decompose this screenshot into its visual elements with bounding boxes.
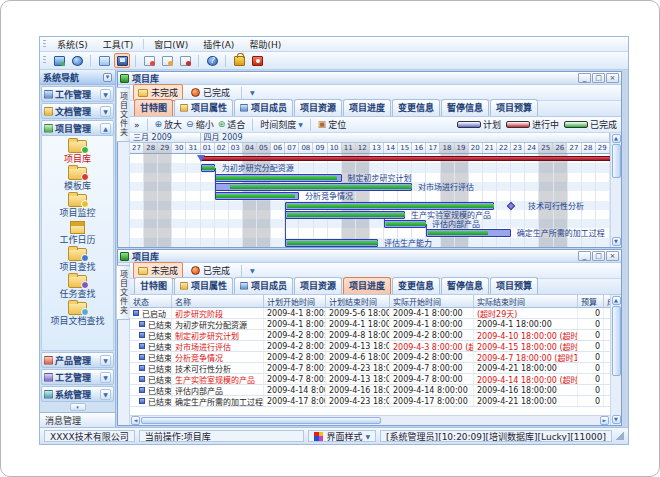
table-row[interactable]: 已结束分析竞争情况2009-4-2 8:00:002009-4-6 18:00:… [130,352,610,363]
filter-overflow-chevron-icon[interactable]: ▼ [250,89,255,96]
column-header-name[interactable]: 名称 [172,295,264,307]
maximize-button[interactable]: □ [592,251,605,261]
sidebar-item-work-calendar[interactable]: 工作日历 [42,221,113,245]
minimize-button[interactable]: _ [578,73,591,83]
maximize-button[interactable]: □ [592,73,605,83]
sidebar-item-task-find[interactable]: 任务查找 [42,275,113,299]
scroll-right-arrow[interactable]: ► [600,416,609,425]
nav-group-project[interactable]: 项目管理▲ [41,120,114,136]
tab-gantt[interactable]: 甘特图 [134,277,173,294]
chevron-up-icon[interactable]: ▲ [100,123,111,134]
nav-group-docs[interactable]: 文档管理▼ [41,103,114,119]
doc-delete-button[interactable] [177,53,193,68]
chevron-down-icon[interactable]: ▼ [100,106,111,117]
scroll-thumb[interactable] [612,144,621,178]
help-button[interactable] [204,53,220,68]
gantt-task-bar[interactable] [215,192,300,200]
internet-button[interactable] [69,53,85,68]
zoom-in-button[interactable]: ⊕放大 [155,118,183,131]
menu-item-window[interactable]: 窗口(W) [147,37,195,52]
sidebar-item-template-library[interactable]: 模板库 [42,167,113,191]
nav-group-system[interactable]: 系统管理▼ [41,386,114,402]
table-row[interactable]: 已结束对市场进行评估2009-4-2 8:00:002009-4-13 18:0… [130,341,610,352]
table-row[interactable]: 已结束评估内部产品2009-4-14 8:00:002009-4-16 18:0… [130,385,610,396]
tab-properties[interactable]: 项目属性 [174,99,233,116]
sidebar-tab-message-management[interactable]: 消息管理 [40,412,115,427]
time-scale-dropdown[interactable]: 时间刻度▼ [260,118,303,131]
column-header-act_start[interactable]: 实际开始时间 [390,295,474,307]
pushpin-icon[interactable]: ▾ [103,73,112,82]
tab-budget[interactable]: 项目预算 [490,99,538,116]
project-folder-vertical-tab[interactable]: 项目文件夹 [117,265,131,320]
locate-button[interactable]: ▣定位 [318,118,347,131]
save-button[interactable] [114,53,130,68]
zoom-out-button[interactable]: ⊖缩小 [186,118,214,131]
scroll-thumb[interactable] [612,306,621,376]
tab-properties[interactable]: 项目属性 [174,277,233,294]
zoom-fit-button[interactable]: ⊛适合 [218,118,246,131]
sidebar-item-project-library[interactable]: 项目库 [42,140,113,164]
table-vertical-scrollbar[interactable]: ▲ ▼ [610,295,621,425]
doc-new-button[interactable] [141,53,157,68]
tab-members[interactable]: 项目成员 [234,99,293,116]
table-row[interactable]: 已结束确定生产所需的加工过程2009-4-17 8:00:002009-4-23… [130,396,610,407]
menu-item-system[interactable]: 系统(S) [50,37,95,52]
column-header-act_end[interactable]: 实际结束时间 [474,295,578,307]
table-row[interactable]: 已结束为初步研究分配资源2009-4-1 8:00:002009-4-1 18:… [130,319,610,330]
column-header-budget[interactable]: 预算 [578,295,604,307]
gantt-vertical-scrollbar[interactable]: ▲ ▼ [610,133,621,247]
resize-grip[interactable] [616,432,624,440]
remote-computer-button[interactable] [51,53,67,68]
column-header-plan_start[interactable]: 计划开始时间 [264,295,326,307]
menu-item-help[interactable]: 帮助(H) [242,37,288,52]
gantt-task-bar[interactable] [201,164,215,172]
chevron-down-icon[interactable]: ▼ [100,372,111,383]
scroll-thumb[interactable] [141,417,381,424]
tab-change-info[interactable]: 变更信息 [392,277,440,294]
scroll-down-arrow[interactable]: ▼ [612,415,621,424]
column-header-plan_end[interactable]: 计划结束时间 [326,295,390,307]
chevron-down-icon[interactable]: ▼ [100,89,111,100]
tab-change-info[interactable]: 变更信息 [392,99,440,116]
column-header-status[interactable]: 状态 [130,295,172,307]
table-row[interactable]: 已启动初步研究阶段2009-4-1 8:00:002009-5-6 18:00:… [130,308,610,319]
tab-budget[interactable]: 项目预算 [490,277,538,294]
more-tools-button[interactable]: » [134,120,140,130]
close-button[interactable]: × [606,251,619,261]
menu-item-tools[interactable]: 工具(T) [96,37,141,52]
tab-pause-info[interactable]: 暂停信息 [441,277,489,294]
menu-item-plugins[interactable]: 插件(A) [196,37,241,52]
menubar-grip[interactable] [43,40,46,49]
tab-gantt[interactable]: 甘特图 [134,99,173,116]
nav-group-work[interactable]: 工作管理▼ [41,86,114,102]
nav-group-craft[interactable]: 工艺管理▼ [41,369,114,385]
chevron-down-icon[interactable]: ▼ [100,389,111,400]
minimize-button[interactable]: _ [578,251,591,261]
interface-style-dropdown[interactable]: 界面样式 ▼ [308,430,376,442]
tab-members[interactable]: 项目成员 [234,277,293,294]
sidebar-item-project-monitor[interactable]: 项目监控 [42,194,113,218]
gantt-summary-bar[interactable] [201,156,610,161]
open-folder-button[interactable] [96,53,112,68]
toolbar-grip[interactable] [43,56,46,65]
nav-group-product[interactable]: 产品管理▼ [41,352,114,368]
tab-progress[interactable]: 项目进度 [343,99,391,116]
table-row[interactable]: 已结束技术可行性分析2009-4-7 8:00:002009-4-23 18:0… [130,363,610,374]
table-row[interactable]: 已结束制定初步研究计划2009-4-2 8:00:002009-4-8 18:0… [130,330,610,341]
gantt-task-bar[interactable] [215,174,342,182]
gantt-task-bar[interactable] [384,220,426,228]
sidebar-item-project-doc-find[interactable]: 项目文档查找 [42,302,113,326]
table-horizontal-scrollbar[interactable]: ◄ ► [130,415,610,425]
tab-progress[interactable]: 项目进度 [343,277,391,294]
scroll-left-arrow[interactable]: ◄ [131,416,140,425]
tab-pause-info[interactable]: 暂停信息 [441,99,489,116]
gantt-task-bar[interactable] [215,183,413,191]
gantt-task-bar[interactable] [285,239,378,247]
filter-overflow-chevron-icon[interactable]: ▼ [250,267,255,274]
scroll-up-arrow[interactable]: ▲ [612,134,621,143]
gantt-task-bar[interactable] [285,211,405,219]
doc-edit-button[interactable] [159,53,175,68]
scroll-down-arrow[interactable]: ▼ [612,237,621,246]
sidebar-item-project-find[interactable]: 项目查找 [42,248,113,272]
project-folder-vertical-tab[interactable]: 项目文件夹 [117,87,131,142]
